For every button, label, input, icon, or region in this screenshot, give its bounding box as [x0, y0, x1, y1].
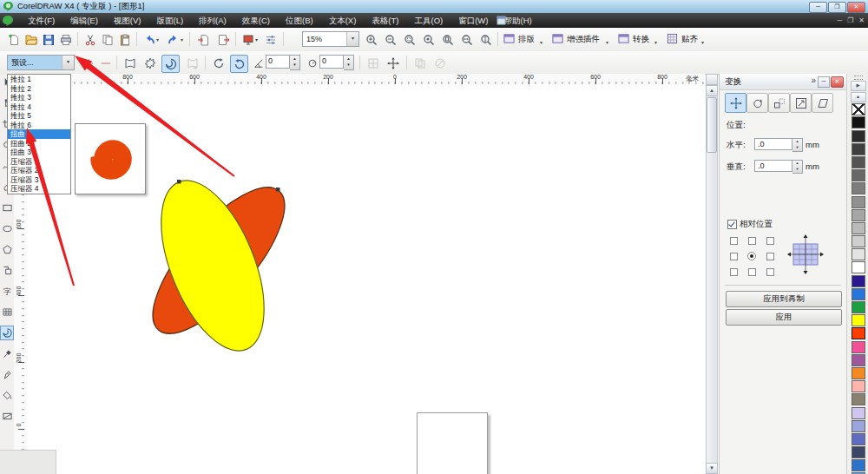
zoom-out-button[interactable] — [382, 31, 398, 48]
menubar-extra-icon[interactable] — [496, 16, 506, 25]
docker-close-button[interactable]: ✕ — [831, 76, 844, 88]
menu-window[interactable]: 窗口(W) — [450, 13, 496, 28]
options-button[interactable] — [262, 31, 279, 48]
no-color-swatch[interactable] — [852, 103, 865, 115]
open-button[interactable] — [23, 31, 39, 48]
preset-item[interactable]: 压缩器 2 — [8, 166, 70, 175]
menu-bitmaps[interactable]: 位图(B) — [278, 13, 321, 28]
convert-docker-arrow[interactable]: ▾ — [654, 39, 657, 45]
preset-item[interactable]: 扭曲 2 — [8, 139, 70, 148]
plugins-docker-arrow[interactable]: ▾ — [606, 39, 608, 45]
eyedropper-tool[interactable] — [1, 347, 13, 360]
copy-distortion-button[interactable] — [411, 55, 428, 71]
preset-item[interactable]: 压缩器 1 — [8, 157, 70, 167]
snap-to-arrow[interactable]: ▾ — [701, 39, 704, 45]
new-distortion-button[interactable] — [184, 55, 201, 71]
application-launcher-button[interactable] — [240, 31, 256, 48]
anchor-bottom-right[interactable] — [766, 268, 774, 276]
zoom-all-objects-button[interactable] — [420, 31, 437, 48]
ellipse-tool[interactable] — [1, 222, 13, 235]
blue-violet-swatch[interactable] — [852, 433, 865, 445]
anchor-middle-left[interactable] — [730, 253, 738, 260]
gray-80-swatch[interactable] — [852, 143, 865, 155]
menu-view[interactable]: 视图(V) — [106, 13, 149, 28]
scrollbar-up-button[interactable]: ▲ — [706, 85, 718, 96]
gray-5-swatch[interactable] — [852, 248, 865, 260]
preset-item[interactable]: 推拉 6 — [8, 121, 70, 130]
vertical-spinner[interactable]: ▲▼ — [792, 160, 803, 174]
apply-to-duplicate-button[interactable]: 应用到再制 — [726, 291, 842, 307]
node-handle-yellow[interactable] — [177, 180, 181, 184]
table-tool[interactable] — [1, 306, 13, 319]
zoom-to-width-button[interactable] — [458, 31, 475, 48]
twister-distortion-button[interactable] — [161, 55, 180, 73]
anchor-top-center[interactable] — [748, 237, 756, 245]
plugins-docker-button[interactable]: 增强插件 — [567, 34, 600, 45]
convert-docker-button[interactable]: 转换 — [633, 34, 649, 45]
preset-item[interactable]: 推拉 3 — [8, 93, 70, 102]
tab-position[interactable] — [725, 93, 746, 113]
cut-button[interactable] — [82, 31, 98, 48]
remove-preset-button[interactable] — [97, 55, 114, 71]
menu-file[interactable]: 文件(F) — [20, 13, 62, 28]
taupe-swatch[interactable] — [852, 393, 865, 405]
mauve-swatch[interactable] — [852, 354, 865, 366]
menu-arrange[interactable]: 排列(A) — [191, 13, 234, 28]
center-distortion-button[interactable] — [385, 55, 401, 71]
layout-docker-arrow[interactable]: ▾ — [540, 39, 542, 45]
copy-button[interactable] — [99, 31, 115, 48]
menu-text[interactable]: 文本(X) — [321, 13, 365, 28]
preset-combobox[interactable]: 预设... ▾ — [7, 55, 75, 70]
tab-scale-mirror[interactable] — [768, 93, 790, 113]
palette-grip[interactable] — [854, 76, 863, 80]
green-swatch[interactable] — [852, 301, 865, 313]
import-button[interactable] — [194, 31, 211, 48]
anchor-center-selected[interactable] — [747, 252, 756, 260]
anchor-bottom-left[interactable] — [730, 268, 738, 276]
export-button[interactable] — [215, 31, 232, 48]
gray-90-swatch[interactable] — [852, 130, 865, 142]
scrollbar-corner-button[interactable] — [706, 74, 718, 85]
apply-button[interactable]: 应用 — [726, 309, 842, 326]
docker-minimize-button[interactable]: ─ — [818, 76, 830, 88]
doc-close-button[interactable]: ✕ — [858, 13, 865, 28]
close-button[interactable]: ✕ — [847, 2, 865, 13]
anchor-bottom-center[interactable] — [748, 268, 756, 276]
menu-edit[interactable]: 编辑(E) — [62, 13, 106, 28]
zoom-in-button[interactable] — [363, 31, 379, 48]
horizontal-spinner[interactable]: ▲▼ — [792, 138, 803, 152]
redo-button[interactable] — [165, 31, 181, 48]
preset-item[interactable]: 推拉 5 — [8, 111, 70, 121]
snap-to-button[interactable]: 贴齐 — [681, 34, 698, 45]
gray-30-swatch[interactable] — [852, 209, 865, 221]
palette-scroll-up-button[interactable]: ▲ — [851, 92, 866, 102]
light-pink-swatch[interactable] — [852, 380, 865, 392]
doc-minimize-button[interactable]: ─ — [837, 13, 842, 28]
push-pull-distortion-button[interactable] — [122, 55, 138, 71]
dark-slate-swatch[interactable] — [852, 446, 865, 458]
gray-10-swatch[interactable] — [852, 235, 865, 247]
fill-tool[interactable] — [1, 389, 13, 402]
tab-rotate[interactable] — [746, 93, 768, 113]
pink-swatch[interactable] — [852, 341, 865, 353]
orange-red-swatch[interactable] — [852, 327, 865, 339]
docker-chevron[interactable]: » — [811, 76, 816, 85]
add-preset-button[interactable] — [80, 55, 96, 71]
periwinkle-swatch[interactable] — [852, 420, 865, 432]
anchor-middle-right[interactable] — [766, 253, 774, 260]
new-document-button[interactable] — [5, 31, 22, 48]
yellow-swatch[interactable] — [852, 314, 865, 326]
rotate-clockwise-button[interactable] — [210, 55, 227, 71]
menu-tools[interactable]: 工具(O) — [406, 13, 450, 28]
gray-40-swatch[interactable] — [852, 196, 865, 208]
scrollbar-thumb[interactable] — [707, 97, 717, 153]
gray-50-swatch[interactable] — [852, 182, 865, 194]
gray-20-swatch[interactable] — [852, 222, 865, 234]
preset-item[interactable]: 推拉 2 — [8, 84, 70, 94]
redo-dropdown-arrow[interactable]: ▾ — [181, 36, 183, 43]
preset-item[interactable]: 推拉 4 — [8, 102, 70, 112]
angle-input[interactable]: 0 — [266, 55, 290, 69]
additional-rotation-input[interactable]: 0 — [319, 55, 344, 69]
preset-combobox-chevron-icon[interactable]: ▾ — [62, 56, 74, 69]
clear-distortion-button[interactable] — [431, 55, 448, 71]
